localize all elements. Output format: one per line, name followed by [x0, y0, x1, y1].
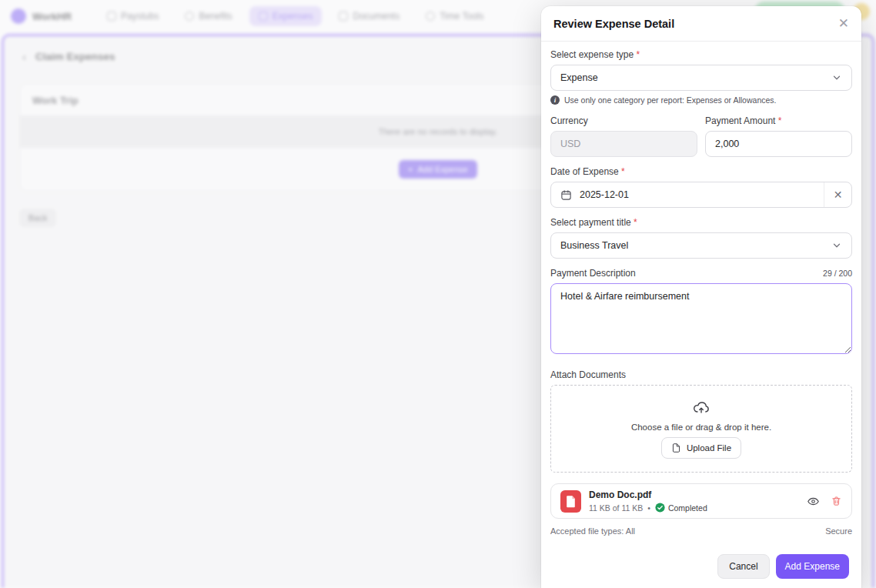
upload-file-icon [671, 443, 681, 453]
file-size: 11 KB of 11 KB [589, 503, 643, 513]
review-expense-modal: Review Expense Detail ✕ Select expense t… [541, 6, 861, 588]
secure-label: Secure [825, 526, 852, 536]
accepted-file-types: Accepted file types: All [550, 526, 635, 536]
payment-amount-input[interactable] [705, 131, 852, 157]
file-name: Demo Doc.pdf [589, 489, 799, 500]
modal-title: Review Expense Detail [553, 18, 674, 30]
upload-file-button[interactable]: Upload File [661, 437, 741, 459]
check-circle-icon [655, 503, 665, 513]
close-icon[interactable]: ✕ [838, 17, 849, 30]
dot-separator: • [647, 503, 650, 513]
dropzone-text: Choose a file or drag & drop it here. [631, 423, 771, 432]
required-asterisk: * [634, 217, 637, 228]
payment-amount-label: Payment Amount * [705, 115, 852, 126]
required-asterisk: * [778, 115, 782, 126]
expense-type-select[interactable]: Expense [550, 65, 852, 91]
eye-icon [807, 495, 820, 508]
file-status-text: Completed [668, 503, 707, 513]
payment-description-textarea[interactable]: Hotel & Airfare reimbursement [550, 283, 852, 354]
delete-file-button[interactable] [831, 495, 842, 507]
add-expense-button[interactable]: Add Expense [776, 554, 849, 579]
payment-title-label: Select payment title * [550, 217, 852, 228]
payment-description-label: Payment Description [550, 268, 636, 279]
preview-file-button[interactable] [807, 495, 820, 508]
cloud-upload-icon [692, 399, 710, 417]
date-value: 2025-12-01 [580, 189, 629, 200]
uploaded-file-row: Demo Doc.pdf 11 KB of 11 KB • Completed [550, 483, 852, 519]
payment-title-select[interactable]: Business Travel [550, 232, 852, 259]
calendar-icon [560, 189, 572, 201]
clear-date-icon[interactable]: ✕ [824, 182, 851, 207]
currency-label: Currency [550, 115, 697, 126]
expense-type-hint: Use only one category per report: Expens… [564, 95, 776, 105]
expense-type-value: Expense [560, 72, 598, 83]
cancel-button[interactable]: Cancel [717, 554, 769, 579]
currency-input [550, 131, 697, 157]
required-asterisk: * [621, 166, 625, 177]
chevron-down-icon [831, 72, 842, 83]
required-asterisk: * [636, 49, 640, 60]
chevron-down-icon [831, 240, 842, 251]
info-icon: i [550, 95, 560, 105]
trash-icon [831, 495, 842, 507]
pdf-file-icon [560, 490, 581, 513]
payment-title-value: Business Travel [560, 240, 628, 251]
char-counter: 29 / 200 [823, 269, 852, 278]
date-of-expense-input[interactable]: 2025-12-01 ✕ [550, 182, 852, 208]
date-of-expense-label: Date of Expense * [550, 166, 852, 177]
expense-type-label: Select expense type * [550, 49, 852, 60]
attach-documents-label: Attach Documents [550, 369, 852, 380]
file-dropzone[interactable]: Choose a file or drag & drop it here. Up… [550, 385, 852, 473]
